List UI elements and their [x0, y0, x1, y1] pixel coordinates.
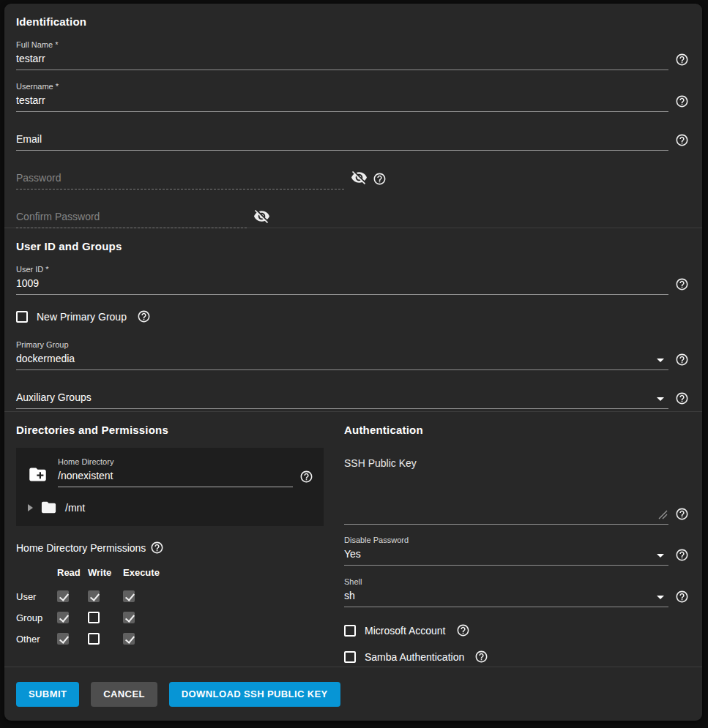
folder-icon [40, 499, 57, 516]
new-primary-group-label: New Primary Group [37, 311, 127, 323]
perm-user-read-checkbox[interactable] [57, 590, 69, 602]
username-input[interactable]: testarr [16, 91, 668, 111]
help-icon[interactable] [137, 309, 151, 323]
help-icon[interactable] [150, 541, 164, 555]
user-id-groups-title: User ID and Groups [16, 240, 689, 252]
authentication-title: Authentication [344, 424, 689, 436]
disable-password-value[interactable]: Yes [344, 545, 668, 565]
perm-row-other: Other [16, 634, 57, 645]
perm-col-write: Write [88, 567, 123, 581]
username-label: Username * [16, 81, 668, 91]
hide-password-icon[interactable] [351, 169, 368, 186]
user-id-input[interactable]: 1009 [16, 274, 668, 294]
help-icon[interactable] [675, 53, 689, 67]
help-icon[interactable] [299, 470, 313, 484]
authentication-column: Authentication SSH Public Key Disable Pa… [335, 412, 702, 667]
full-name-input[interactable]: testarr [16, 50, 668, 70]
disable-password-label: Disable Password [344, 535, 668, 545]
help-icon[interactable] [675, 507, 689, 521]
create-folder-icon[interactable] [28, 465, 48, 484]
section-directories-authentication: Directories and Permissions Home Directo… [4, 412, 702, 667]
auxiliary-groups-value[interactable]: Auxiliary Groups [16, 388, 668, 408]
ssh-public-key-label: SSH Public Key [344, 457, 689, 469]
perm-group-read-checkbox[interactable] [57, 612, 69, 623]
perm-user-execute-checkbox[interactable] [123, 590, 135, 602]
help-icon[interactable] [675, 548, 689, 562]
perm-col-read: Read [57, 567, 88, 581]
user-id-label: User ID * [16, 264, 668, 274]
hide-password-icon[interactable] [253, 208, 270, 225]
help-icon[interactable] [675, 353, 689, 367]
help-icon[interactable] [675, 277, 689, 291]
submit-button[interactable]: SUBMIT [16, 682, 79, 707]
shell-value[interactable]: sh [344, 587, 668, 607]
password-field: Password [16, 168, 689, 189]
primary-group-label: Primary Group [16, 339, 668, 350]
chevron-down-icon[interactable] [657, 397, 664, 401]
help-icon[interactable] [474, 650, 488, 664]
perm-user-write-checkbox[interactable] [88, 590, 100, 602]
directories-title: Directories and Permissions [16, 424, 325, 436]
permissions-label: Home Directory Permissions [16, 542, 146, 554]
perm-row-group: Group [16, 612, 57, 623]
perm-col-execute: Execute [123, 567, 168, 581]
user-form-card: Identification Full Name * testarr Usern… [4, 4, 702, 721]
shell-select: Shell sh [344, 577, 689, 607]
resize-grip-icon[interactable] [658, 509, 668, 522]
home-directory-label: Home Directory [58, 457, 293, 467]
permissions-grid: Read Write Execute User Group Other [16, 567, 325, 645]
tree-node-mnt[interactable]: /mnt [26, 499, 313, 516]
home-directory-panel: Home Directory /nonexistent /mnt [16, 448, 324, 526]
help-icon[interactable] [675, 94, 689, 108]
help-icon[interactable] [456, 623, 470, 637]
primary-group-value[interactable]: dockermedia [16, 350, 668, 369]
shell-label: Shell [344, 577, 668, 587]
help-icon[interactable] [675, 590, 689, 604]
microsoft-account-checkbox[interactable] [344, 625, 356, 637]
full-name-label: Full Name * [16, 40, 668, 50]
primary-group-select: Primary Group dockermedia [16, 339, 689, 370]
directories-column: Directories and Permissions Home Directo… [4, 412, 335, 667]
chevron-down-icon[interactable] [657, 554, 664, 558]
perm-group-write-checkbox[interactable] [88, 612, 100, 623]
email-field: Email [16, 130, 689, 151]
perm-other-read-checkbox[interactable] [57, 633, 69, 645]
microsoft-account-row: Microsoft Account [344, 623, 689, 637]
disable-password-select: Disable Password Yes [344, 535, 689, 566]
ssh-public-key-field [344, 482, 689, 525]
samba-authentication-row: Samba Authentication [344, 650, 689, 664]
section-identification: Identification Full Name * testarr Usern… [4, 4, 702, 228]
tree-node-label: /mnt [65, 502, 85, 514]
help-icon[interactable] [675, 391, 689, 405]
email-input[interactable]: Email [16, 130, 668, 150]
username-field: Username * testarr [16, 81, 689, 112]
help-icon[interactable] [373, 172, 387, 186]
samba-authentication-checkbox[interactable] [344, 651, 356, 663]
perm-row-user: User [16, 591, 57, 602]
user-id-field: User ID * 1009 [16, 264, 689, 295]
home-directory-field: Home Directory /nonexistent [26, 457, 313, 487]
microsoft-account-label: Microsoft Account [365, 625, 446, 637]
samba-authentication-label: Samba Authentication [365, 651, 464, 663]
cancel-button[interactable]: CANCEL [91, 682, 157, 707]
perm-other-execute-checkbox[interactable] [123, 633, 135, 645]
chevron-down-icon[interactable] [657, 359, 664, 362]
identification-title: Identification [16, 15, 689, 28]
chevron-down-icon[interactable] [657, 596, 664, 599]
password-input: Password [16, 168, 344, 189]
new-primary-group-row: New Primary Group [16, 309, 689, 323]
perm-other-write-checkbox[interactable] [88, 633, 100, 645]
confirm-password-input: Confirm Password [16, 207, 247, 228]
expand-icon[interactable] [28, 504, 33, 511]
perm-group-execute-checkbox[interactable] [123, 612, 135, 623]
auxiliary-groups-select: Auxiliary Groups [16, 388, 689, 409]
confirm-password-field: Confirm Password [16, 207, 689, 228]
download-ssh-public-key-button[interactable]: DOWNLOAD SSH PUBLIC KEY [169, 682, 340, 707]
home-directory-input[interactable]: /nonexistent [58, 467, 293, 487]
help-icon[interactable] [675, 133, 689, 147]
form-actions: SUBMIT CANCEL DOWNLOAD SSH PUBLIC KEY [4, 667, 702, 721]
full-name-field: Full Name * testarr [16, 40, 689, 70]
new-primary-group-checkbox[interactable] [16, 311, 28, 323]
home-directory-permissions-row: Home Directory Permissions [16, 541, 325, 555]
ssh-public-key-textarea[interactable] [344, 482, 668, 525]
